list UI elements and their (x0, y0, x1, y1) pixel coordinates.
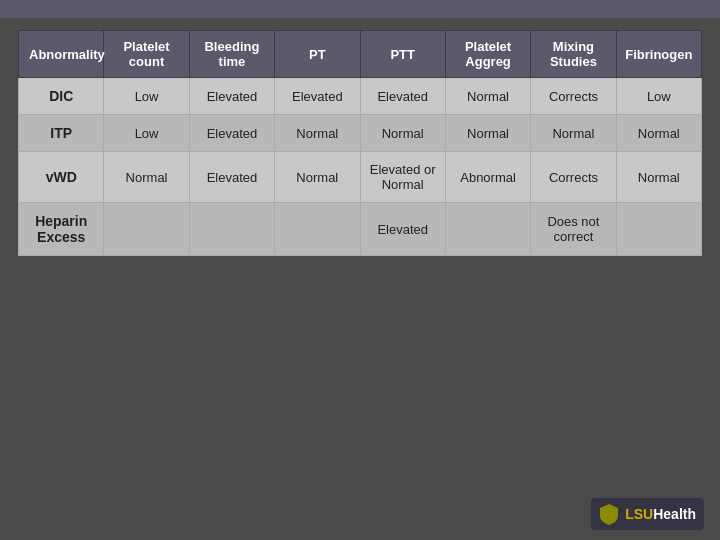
cell-0-bleeding_time: Elevated (189, 78, 274, 115)
cell-1-mixing_studies: Normal (531, 115, 616, 152)
cell-0-pt: Elevated (275, 78, 360, 115)
table-row: vWDNormalElevatedNormalElevated or Norma… (19, 152, 702, 203)
cell-2-platelet_aggreg: Abnormal (445, 152, 530, 203)
cell-3-fibrinogen (616, 203, 701, 256)
cell-2-pt: Normal (275, 152, 360, 203)
cell-1-ptt: Normal (360, 115, 445, 152)
cell-1-platelet_count: Low (104, 115, 189, 152)
logo-text: LSUHealth (625, 506, 696, 522)
cell-1-fibrinogen: Normal (616, 115, 701, 152)
cell-0-platelet_aggreg: Normal (445, 78, 530, 115)
cell-0-platelet_count: Low (104, 78, 189, 115)
cell-2-ptt: Elevated or Normal (360, 152, 445, 203)
col-header-ptt: PTT (360, 31, 445, 78)
table-row: Heparin ExcessElevatedDoes not correct (19, 203, 702, 256)
cell-3-mixing_studies: Does not correct (531, 203, 616, 256)
cell-0-fibrinogen: Low (616, 78, 701, 115)
col-header-pt: PT (275, 31, 360, 78)
cell-3-abnormality: Heparin Excess (19, 203, 104, 256)
cell-1-platelet_aggreg: Normal (445, 115, 530, 152)
lsu-health-logo: LSUHealth (591, 498, 704, 530)
coagulation-table: Abnormality Platelet count Bleeding time… (18, 30, 702, 256)
cell-2-fibrinogen: Normal (616, 152, 701, 203)
logo-area: LSUHealth (591, 498, 704, 530)
col-header-platelet-count: Platelet count (104, 31, 189, 78)
cell-3-bleeding_time (189, 203, 274, 256)
top-bar (0, 0, 720, 18)
cell-1-abnormality: ITP (19, 115, 104, 152)
cell-2-bleeding_time: Elevated (189, 152, 274, 203)
col-header-bleeding-time: Bleeding time (189, 31, 274, 78)
cell-0-abnormality: DIC (19, 78, 104, 115)
cell-1-bleeding_time: Elevated (189, 115, 274, 152)
cell-2-abnormality: vWD (19, 152, 104, 203)
header-row: Abnormality Platelet count Bleeding time… (19, 31, 702, 78)
col-header-mixing-studies: Mixing Studies (531, 31, 616, 78)
table-row: ITPLowElevatedNormalNormalNormalNormalNo… (19, 115, 702, 152)
cell-1-pt: Normal (275, 115, 360, 152)
shield-icon (597, 502, 621, 526)
cell-0-ptt: Elevated (360, 78, 445, 115)
col-header-abnormality: Abnormality (19, 31, 104, 78)
cell-3-pt (275, 203, 360, 256)
cell-3-ptt: Elevated (360, 203, 445, 256)
cell-0-mixing_studies: Corrects (531, 78, 616, 115)
col-header-fibrinogen: Fibrinogen (616, 31, 701, 78)
cell-2-platelet_count: Normal (104, 152, 189, 203)
cell-3-platelet_count (104, 203, 189, 256)
cell-2-mixing_studies: Corrects (531, 152, 616, 203)
col-header-platelet-aggreg: Platelet Aggreg (445, 31, 530, 78)
main-content: Abnormality Platelet count Bleeding time… (0, 18, 720, 266)
cell-3-platelet_aggreg (445, 203, 530, 256)
table-row: DICLowElevatedElevatedElevatedNormalCorr… (19, 78, 702, 115)
